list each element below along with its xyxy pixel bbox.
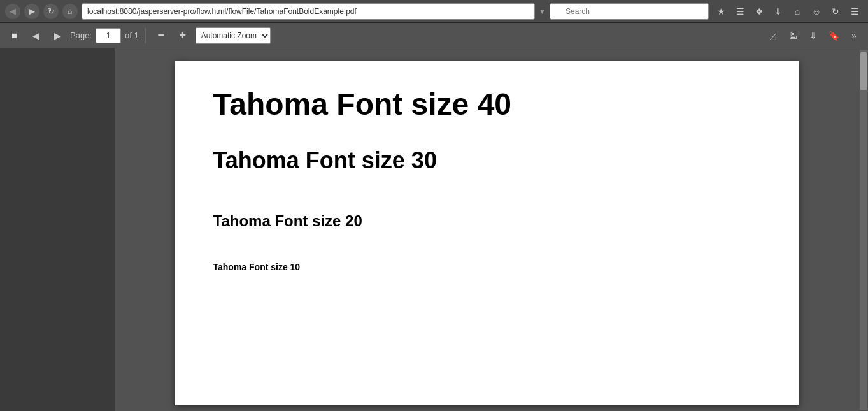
search-wrapper: 🔍: [550, 3, 709, 20]
fullscreen-button[interactable]: ◿: [764, 27, 781, 45]
browser-window: ◀ ▶ ↻ ⌂ ▼ 🔍 ★ ☰ ❖ ⇓ ⌂ ☺ ↻ ☰ ◽ ◀ ▶ Page: …: [0, 0, 868, 411]
bookmark-star-icon[interactable]: ★: [713, 3, 729, 20]
pocket-icon[interactable]: ❖: [751, 3, 767, 20]
main-area: Tahoma Font size 40 Tahoma Font size 30 …: [0, 48, 868, 411]
scrollbar[interactable]: [859, 48, 868, 411]
zoom-select[interactable]: Automatic Zoom 50% 75% 100% 125% 150% 20…: [196, 27, 271, 44]
pdf-toolbar-right: ◿ 🖶 ⇓ 🔖 »: [764, 27, 863, 45]
search-input[interactable]: [550, 3, 709, 20]
profile-icon[interactable]: ☺: [808, 3, 825, 20]
pdf-viewer-area[interactable]: Tahoma Font size 40 Tahoma Font size 30 …: [115, 48, 859, 411]
pdf-heading-20: Tahoma Font size 20: [213, 212, 761, 230]
back-button[interactable]: ◀: [5, 4, 20, 19]
more-tools-button[interactable]: »: [845, 27, 863, 45]
toolbar-divider: [145, 28, 146, 43]
address-input[interactable]: [82, 3, 535, 20]
reading-list-icon[interactable]: ☰: [732, 3, 748, 20]
page-label: Page:: [70, 31, 92, 40]
pdf-heading-40: Tahoma Font size 40: [213, 87, 761, 122]
download-icon[interactable]: ⇓: [770, 3, 786, 20]
pdf-page: Tahoma Font size 40 Tahoma Font size 30 …: [175, 61, 799, 405]
pdf-heading-10: Tahoma Font size 10: [213, 262, 761, 272]
bookmark-button[interactable]: 🔖: [825, 27, 843, 45]
prev-page-button[interactable]: ◀: [27, 27, 45, 45]
next-page-button[interactable]: ▶: [48, 27, 66, 45]
print-button[interactable]: 🖶: [784, 27, 802, 45]
save-button[interactable]: ⇓: [804, 27, 822, 45]
home-button[interactable]: ⌂: [62, 4, 78, 19]
sidebar-left: [0, 48, 115, 411]
pdf-toolbar: ◽ ◀ ▶ Page: of 1 − + Automatic Zoom 50% …: [0, 23, 868, 48]
scrollbar-thumb[interactable]: [860, 52, 867, 90]
forward-button[interactable]: ▶: [24, 4, 39, 19]
toggle-sidebar-button[interactable]: ◽: [5, 27, 23, 45]
browser-toolbar-icons: ★ ☰ ❖ ⇓ ⌂ ☺ ↻ ☰: [713, 3, 863, 20]
reload-button[interactable]: ↻: [43, 4, 59, 19]
zoom-out-button[interactable]: −: [152, 27, 170, 45]
scrollbar-track[interactable]: [860, 50, 867, 410]
home-nav-icon[interactable]: ⌂: [789, 3, 806, 20]
sync-icon[interactable]: ↻: [827, 3, 844, 20]
pdf-heading-30: Tahoma Font size 30: [213, 147, 761, 174]
menu-icon[interactable]: ☰: [846, 3, 863, 20]
address-bar: ◀ ▶ ↻ ⌂ ▼ 🔍 ★ ☰ ❖ ⇓ ⌂ ☺ ↻ ☰: [0, 0, 868, 23]
address-arrow: ▼: [539, 8, 546, 15]
zoom-in-button[interactable]: +: [174, 27, 192, 45]
page-number-input[interactable]: [96, 28, 121, 43]
total-pages-label: of 1: [125, 31, 139, 40]
